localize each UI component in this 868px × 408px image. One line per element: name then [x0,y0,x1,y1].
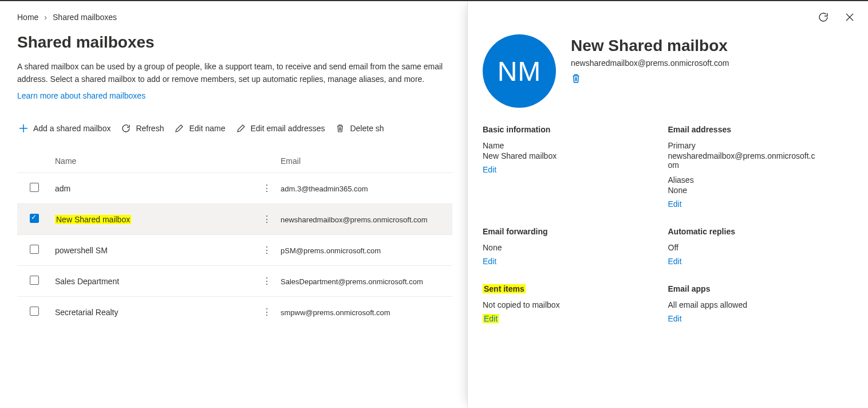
section-autoreply: Automatic replies Off Edit [668,227,854,266]
aliases-label: Aliases [668,175,842,185]
basic-edit-link[interactable]: Edit [483,165,496,174]
basic-title: Basic information [483,125,657,134]
delete-button[interactable]: Delete sh [334,121,385,136]
avatar: NM [483,34,556,108]
row-name: adm [55,184,70,193]
primary-label: Primary [668,141,842,150]
trash-icon [335,123,345,134]
forwarding-edit-link[interactable]: Edit [483,257,496,266]
refresh-icon [121,123,131,134]
pencil-icon [174,123,184,134]
name-value: New Shared mailbox [483,151,657,160]
pencil-icon [236,123,246,134]
edit-name-button[interactable]: Edit name [173,121,226,136]
edit-email-button[interactable]: Edit email addresses [235,121,326,136]
delete-mailbox-icon[interactable] [571,73,581,84]
header-email[interactable]: Email [281,156,452,166]
table-row[interactable]: powershell SM⋮pSM@prems.onmicrosoft.com [17,234,452,265]
row-more-icon[interactable]: ⋮ [262,308,271,317]
panel-header: NM New Shared mailbox newsharedmailbox@p… [483,34,853,108]
apps-value: All email apps allowed [668,300,842,309]
section-basic-info: Basic information Name New Shared mailbo… [483,125,668,209]
row-checkbox[interactable] [30,245,39,254]
row-email: newsharedmailbox@prems.onmicrosoft.com [281,215,428,224]
row-name: Sales Department [55,277,119,286]
chevron-right-icon: › [44,13,47,22]
plus-icon [18,123,29,134]
addresses-edit-link[interactable]: Edit [668,199,682,209]
row-email: SalesDepartment@prems.onmicrosoft.com [281,277,423,286]
refresh-button[interactable]: Refresh [120,121,165,136]
apps-title: Email apps [668,284,842,293]
delete-label: Delete sh [350,124,384,133]
row-checkbox[interactable] [30,276,39,285]
add-mailbox-button[interactable]: Add a shared mailbox [17,121,112,136]
refresh-icon[interactable] [818,11,830,24]
panel-email: newsharedmailbox@prems.onmicrosoft.com [571,58,853,68]
learn-more-link[interactable]: Learn more about shared mailboxes [17,91,145,100]
row-name: powershell SM [55,246,108,255]
refresh-label: Refresh [136,124,164,133]
table-row[interactable]: adm⋮adm.3@theadmin365.com [17,172,452,203]
apps-edit-link[interactable]: Edit [668,314,682,323]
sent-value: Not copied to mailbox [483,300,657,309]
sent-title: Sent items [483,284,657,293]
panel-sections: Basic information Name New Shared mailbo… [483,125,853,323]
mailbox-table: Name Email adm⋮adm.3@theadmin365.comNew … [17,156,452,327]
section-sent-items: Sent items Not copied to mailbox Edit [483,284,668,323]
section-forwarding: Email forwarding None Edit [483,227,668,266]
row-more-icon[interactable]: ⋮ [262,246,271,255]
row-email: smpww@prems.onmicrosoft.com [281,308,390,317]
page-description: A shared mailbox can be used by a group … [17,61,464,85]
primary-value: newsharedmailbox@prems.onmicrosoft.com [668,151,817,170]
row-name: Secretarial Realty [55,308,119,317]
table-header: Name Email [17,156,452,172]
section-email-apps: Email apps All email apps allowed Edit [668,284,854,323]
panel-title: New Shared mailbox [571,37,853,55]
close-icon[interactable] [844,11,857,24]
row-more-icon[interactable]: ⋮ [262,215,271,224]
row-more-icon[interactable]: ⋮ [262,277,271,286]
section-email-addresses: Email addresses Primary newsharedmailbox… [668,125,854,209]
table-row[interactable]: Secretarial Realty⋮smpww@prems.onmicroso… [17,296,452,327]
details-panel: NM New Shared mailbox newsharedmailbox@p… [467,1,868,408]
row-email: pSM@prems.onmicrosoft.com [281,246,381,255]
name-label: Name [483,141,657,150]
autoreply-title: Automatic replies [668,227,842,236]
forwarding-title: Email forwarding [483,227,657,236]
row-email: adm.3@theadmin365.com [281,185,368,193]
row-checkbox[interactable] [30,183,39,192]
row-checkbox[interactable] [30,214,39,223]
addresses-title: Email addresses [668,125,842,134]
edit-name-label: Edit name [189,124,225,133]
table-row[interactable]: New Shared mailbox⋮newsharedmailbox@prem… [17,203,452,234]
add-label: Add a shared mailbox [33,124,111,133]
edit-email-label: Edit email addresses [251,124,325,133]
table-row[interactable]: Sales Department⋮SalesDepartment@prems.o… [17,265,452,296]
row-name: New Shared mailbox [55,215,131,224]
sent-edit-link[interactable]: Edit [483,314,499,323]
header-name[interactable]: Name [55,156,281,166]
row-checkbox[interactable] [30,307,39,316]
autoreply-edit-link[interactable]: Edit [668,257,682,266]
breadcrumb-home[interactable]: Home [17,13,38,22]
row-more-icon[interactable]: ⋮ [262,184,271,193]
breadcrumb-current: Shared mailboxes [53,13,117,22]
forwarding-value: None [483,243,657,252]
aliases-value: None [668,186,842,195]
autoreply-value: Off [668,243,842,252]
